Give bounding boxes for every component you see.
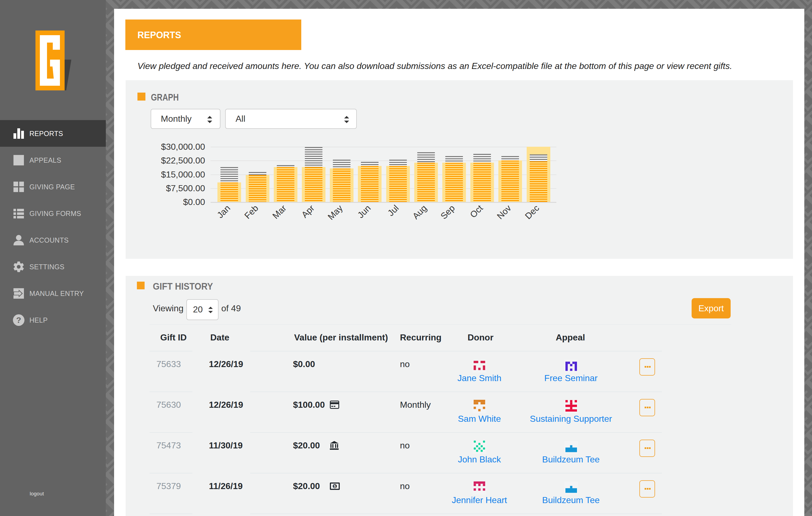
svg-text:?: ? (16, 315, 22, 325)
svg-text:$: $ (334, 484, 336, 488)
